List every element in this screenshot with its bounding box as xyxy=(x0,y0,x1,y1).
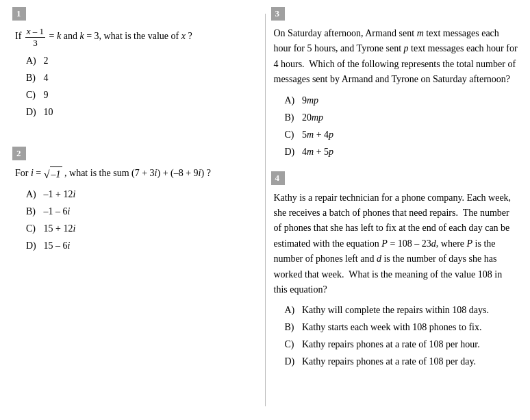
q1-fraction-numerator: x – 1 xyxy=(25,26,45,38)
page: 1 If x – 1 3 = k and k = 3, what is the … xyxy=(0,0,530,420)
q2-option-a-label: A) xyxy=(26,187,41,201)
q3-option-d-label: D) xyxy=(285,145,300,159)
q2-sqrt: √ –1 xyxy=(44,166,62,182)
q1-option-c: C) 9 xyxy=(26,88,260,102)
q3-option-a: A) 9mp xyxy=(285,93,518,108)
q2-option-d: D) 15 – 6i xyxy=(26,238,260,253)
q1-option-d-label: D) xyxy=(26,105,41,119)
q1-option-a: A) 2 xyxy=(26,53,260,68)
q4-option-a-label: A) xyxy=(285,303,300,317)
q4-option-c-label: C) xyxy=(285,337,300,351)
q1-option-c-label: C) xyxy=(26,88,41,102)
question-4: 4 Kathy is a repair technician for a pho… xyxy=(271,171,518,369)
question-1-header: 1 xyxy=(12,7,26,21)
q3-option-d-value: 4m + 5p xyxy=(302,147,333,157)
q4-option-d-value: Kathy repairs phones at a rate of 108 pe… xyxy=(302,356,476,367)
q2-options: A) –1 + 12i B) –1 – 6i C) 15 + 12i D) 15… xyxy=(12,187,260,253)
question-3-header: 3 xyxy=(271,7,285,21)
left-column: 1 If x – 1 3 = k and k = 3, what is the … xyxy=(7,7,265,413)
q1-option-b: B) 4 xyxy=(26,71,260,85)
question-3-text: On Saturday afternoon, Armand sent m tex… xyxy=(271,26,518,88)
q2-text-after: , what is the sum (7 + 3i) + (–8 + 9i) ? xyxy=(64,168,211,178)
q1-option-a-value: 2 xyxy=(44,55,49,66)
question-2: 2 For i = √ –1 , what is the sum (7 + 3i… xyxy=(12,147,260,253)
q3-option-b-value: 20mp xyxy=(302,112,323,123)
right-column: 3 On Saturday afternoon, Armand sent m t… xyxy=(266,7,524,413)
q2-sqrt-symbol: √ xyxy=(44,169,50,180)
q4-options: A) Kathy will complete the repairs withi… xyxy=(271,303,518,369)
q4-option-a-value: Kathy will complete the repairs within 1… xyxy=(302,305,489,315)
q4-option-d: D) Kathy repairs phones at a rate of 108… xyxy=(285,354,518,369)
q2-option-a: A) –1 + 12i xyxy=(26,187,260,201)
q2-option-d-value: 15 – 6i xyxy=(44,240,71,251)
q2-option-b-value: –1 – 6i xyxy=(44,206,71,217)
q4-option-d-label: D) xyxy=(285,354,300,369)
q2-text-for: For i = xyxy=(15,168,44,178)
q3-option-b-label: B) xyxy=(285,110,300,125)
q3-option-c-label: C) xyxy=(285,127,300,142)
q1-option-d: D) 10 xyxy=(26,105,260,119)
q4-option-c: C) Kathy repairs phones at a rate of 108… xyxy=(285,337,518,351)
q1-option-d-value: 10 xyxy=(44,107,53,117)
q3-option-d: D) 4m + 5p xyxy=(285,145,518,159)
q1-fraction: x – 1 3 xyxy=(25,26,45,48)
q1-option-a-label: A) xyxy=(26,53,41,68)
q4-option-b: B) Kathy starts each week with 108 phone… xyxy=(285,320,518,334)
question-4-text: Kathy is a repair technician for a phone… xyxy=(271,190,518,298)
q3-options: A) 9mp B) 20mp C) 5m + 4p D) 4m + 5p xyxy=(271,93,518,159)
q1-text-before: If xyxy=(15,31,24,41)
q2-option-c-label: C) xyxy=(26,221,41,236)
q2-option-b-label: B) xyxy=(26,204,41,219)
q2-option-b: B) –1 – 6i xyxy=(26,204,260,219)
q4-option-b-value: Kathy starts each week with 108 phones t… xyxy=(302,322,481,332)
q3-option-a-label: A) xyxy=(285,93,300,108)
q4-option-a: A) Kathy will complete the repairs withi… xyxy=(285,303,518,317)
q3-option-c-value: 5m + 4p xyxy=(302,129,333,140)
question-2-text: For i = √ –1 , what is the sum (7 + 3i) … xyxy=(12,166,260,182)
q1-fraction-denominator: 3 xyxy=(31,38,39,49)
q2-option-c-value: 15 + 12i xyxy=(44,223,76,234)
q1-option-c-value: 9 xyxy=(44,90,49,100)
q1-option-b-value: 4 xyxy=(44,73,49,83)
question-3: 3 On Saturday afternoon, Armand sent m t… xyxy=(271,7,518,159)
q3-option-a-value: 9mp xyxy=(302,95,318,106)
question-4-header: 4 xyxy=(271,171,285,185)
q3-option-b: B) 20mp xyxy=(285,110,518,125)
q2-sqrt-content: –1 xyxy=(50,166,62,182)
q2-option-d-label: D) xyxy=(26,238,41,253)
q1-option-b-label: B) xyxy=(26,71,41,85)
q3-option-c: C) 5m + 4p xyxy=(285,127,518,142)
q1-text-after: = k and k = 3, what is the value of x ? xyxy=(49,31,192,41)
question-2-header: 2 xyxy=(12,147,26,160)
q1-options: A) 2 B) 4 C) 9 D) 10 xyxy=(12,53,260,119)
q2-option-c: C) 15 + 12i xyxy=(26,221,260,236)
question-1: 1 If x – 1 3 = k and k = 3, what is the … xyxy=(12,7,260,119)
question-1-text: If x – 1 3 = k and k = 3, what is the va… xyxy=(12,26,260,48)
q2-option-a-value: –1 + 12i xyxy=(44,189,76,199)
q4-option-b-label: B) xyxy=(285,320,300,334)
q4-option-c-value: Kathy repairs phones at a rate of 108 pe… xyxy=(302,339,480,349)
